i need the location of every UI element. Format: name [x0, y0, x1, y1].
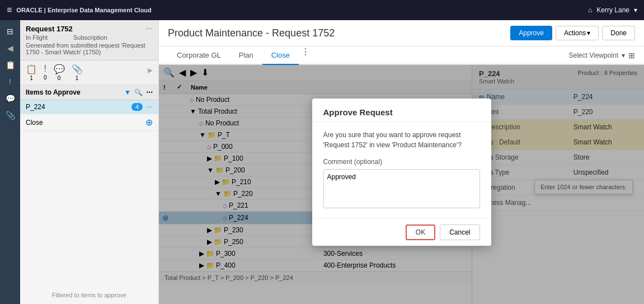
alerts-icon: !: [44, 64, 46, 74]
items-more-icon[interactable]: ⋯: [146, 88, 153, 96]
request-title: Request 1752: [26, 25, 146, 33]
left-panel-icons: 📋 1 ! 0 💬 0 📎 1 ▸: [20, 60, 158, 85]
tabs-bar: Corporate GL Plan Close ⋮ Select Viewpoi…: [159, 46, 644, 65]
item-p224[interactable]: P_224 4 ⋯: [20, 100, 158, 114]
nav-left: ≡ ORACLE | Enterprise Data Management Cl…: [7, 5, 152, 15]
sidebar-icons: ⊟ ◀ 📋 ! 💬 📎: [0, 20, 20, 304]
sidebar-icon-attachments[interactable]: 📎: [3, 109, 17, 122]
menu-icon[interactable]: ≡: [7, 5, 12, 15]
tabs: Corporate GL Plan Close ⋮: [168, 46, 312, 64]
items-header-label: Items to Approve: [26, 88, 81, 96]
scroll-indicator: ▸: [148, 64, 153, 76]
oracle-logo: ORACLE | Enterprise Data Management Clou…: [16, 7, 151, 13]
modal-title: Approve Request: [312, 99, 491, 122]
right-content: Product Maintenance - Request 1752 Appro…: [159, 20, 644, 304]
tab-close[interactable]: Close: [262, 46, 299, 65]
item-p224-badge: 4: [131, 103, 143, 111]
approve-modal: Approve Request Are you sure that you wa…: [312, 99, 491, 246]
top-nav: ≡ ORACLE | Enterprise Data Management Cl…: [0, 0, 644, 20]
actions-button[interactable]: Actions ▾: [556, 26, 599, 40]
approve-button[interactable]: Approve: [510, 26, 552, 40]
modal-body: Are you sure that you want to approve re…: [312, 122, 491, 218]
tab-more-icon[interactable]: ⋮: [299, 46, 312, 64]
modal-ok-button[interactable]: OK: [406, 225, 435, 240]
left-panel: Request 1752 In Flight Subscription Gene…: [20, 20, 159, 304]
page-title: Product Maintenance - Request 1752: [168, 27, 335, 39]
modal-comment-label: Comment (optional): [323, 158, 480, 166]
actions-dropdown-icon: ▾: [587, 29, 590, 37]
request-header: Request 1752 In Flight Subscription Gene…: [20, 20, 158, 60]
icon-attach[interactable]: 📎 1: [72, 64, 83, 81]
request-meta: In Flight Subscription: [26, 34, 146, 41]
item-close-add[interactable]: ⊕: [145, 117, 153, 128]
user-dropdown-icon[interactable]: ▾: [634, 6, 637, 14]
filtered-text: Filtered to items to approve: [20, 286, 158, 304]
viewpoint-grid-icon[interactable]: ⊞: [628, 51, 635, 60]
filter-icon[interactable]: ▼: [124, 88, 131, 96]
sidebar-icon-tasks[interactable]: 📋: [3, 58, 17, 72]
items-header: Items to Approve ▼ 🔍 ⋯: [20, 85, 158, 100]
sidebar-icon-alerts[interactable]: !: [7, 75, 13, 88]
user-label: Kerry Lane: [596, 6, 629, 14]
page-header: Product Maintenance - Request 1752 Appro…: [159, 20, 644, 46]
item-p224-label: P_224: [26, 103, 45, 111]
tab-plan[interactable]: Plan: [230, 46, 262, 65]
header-buttons: Approve Actions ▾ Done: [510, 26, 635, 40]
nav-right: ⌂ Kerry Lane ▾: [588, 6, 637, 14]
item-close[interactable]: Close ⊕: [20, 114, 158, 131]
main-container: ⊟ ◀ 📋 ! 💬 📎 Request 1752 In Flight Subsc…: [0, 20, 644, 304]
sidebar-icon-back[interactable]: ◀: [5, 41, 16, 55]
viewpoint-dropdown-icon: ▾: [622, 52, 625, 59]
content-area: 🔍 ◀ ▶ ⬇ ! ✓ Name: [159, 65, 644, 304]
tasks-icon: 📋: [26, 64, 37, 74]
comments-icon: 💬: [54, 64, 65, 74]
item-close-label: Close: [26, 119, 43, 127]
modal-comment-input[interactable]: Approved: [323, 169, 480, 208]
status-label: In Flight: [26, 34, 48, 41]
icon-tasks[interactable]: 📋 1: [26, 64, 37, 81]
home-icon[interactable]: ⌂: [588, 6, 592, 14]
actions-label: Actions: [564, 29, 586, 37]
viewpoint-label: Select Viewpoint: [569, 52, 619, 59]
modal-footer: OK Cancel: [312, 218, 491, 246]
request-ellipsis[interactable]: ⋯: [146, 25, 153, 32]
item-p224-more[interactable]: ⋯: [146, 103, 153, 111]
done-button[interactable]: Done: [602, 26, 635, 40]
viewpoint-select[interactable]: Select Viewpoint ▾ ⊞: [569, 51, 636, 60]
tab-corporate-gl[interactable]: Corporate GL: [168, 46, 230, 65]
items-header-actions: ▼ 🔍 ⋯: [124, 88, 153, 96]
type-label: Subscription: [73, 34, 107, 41]
attach-icon: 📎: [72, 64, 83, 74]
icon-comments[interactable]: 💬 0: [54, 64, 65, 81]
modal-overlay: Approve Request Are you sure that you wa…: [159, 65, 644, 304]
modal-cancel-button[interactable]: Cancel: [440, 225, 480, 240]
modal-message: Are you sure that you want to approve re…: [323, 130, 480, 150]
sidebar-icon-home[interactable]: ⊟: [4, 25, 16, 38]
icon-alerts[interactable]: ! 0: [44, 64, 47, 81]
sidebar-icon-messages[interactable]: 💬: [3, 92, 17, 105]
search-icon[interactable]: 🔍: [134, 88, 143, 96]
request-desc: Generated from submitted request 'Reques…: [26, 42, 146, 55]
